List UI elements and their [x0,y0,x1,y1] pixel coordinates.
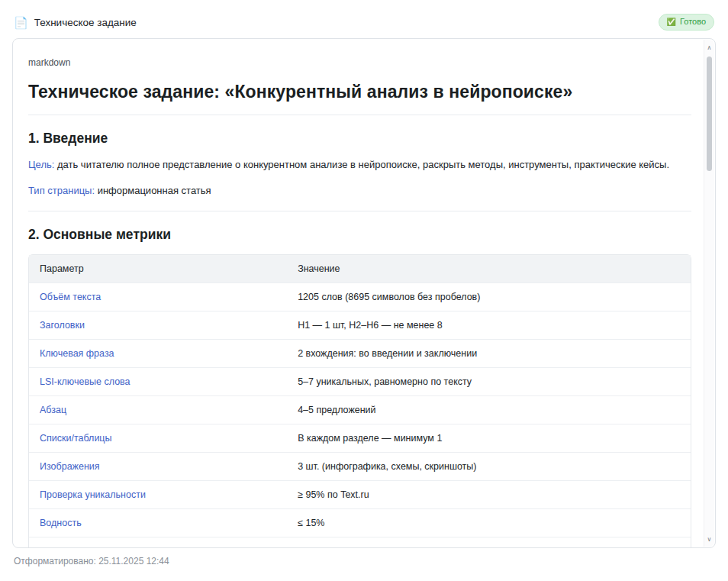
document-title: Техническое задание: «Конкурентный анали… [28,82,691,102]
value-cell: ≥ 95% по Text.ru [287,481,691,509]
formatted-timestamp: Отформатировано: 25.11.2025 12:44 [12,556,716,566]
value-cell: В каждом разделе — минимум 1 [287,424,691,453]
page-type-label: Тип страницы: [28,185,95,196]
value-cell: 1205 слов (8695 символов без пробелов) [287,283,691,311]
scrollbar-thumb[interactable] [707,56,712,171]
value-cell: 5–7 уникальных, равномерно по тексту [287,368,691,396]
table-row: Заголовки H1 — 1 шт, H2–H6 — не менее 8 [29,311,691,340]
metrics-table: Параметр Значение Объём текста 1205 слов… [28,254,691,547]
value-cell: H1 — 1 шт, H2–H6 — не менее 8 [287,311,691,340]
table-row: Оценка по Главреду ≥ 7 [29,537,691,547]
parameter-cell: Оценка по Главреду [29,537,287,547]
page-type-paragraph: Тип страницы: информационная статья [28,184,691,199]
parameter-cell: Проверка уникальности [29,481,287,509]
goal-paragraph: Цель: дать читателю полное представление… [28,158,691,173]
table-row: LSI-ключевые слова 5–7 уникальных, равно… [29,368,691,396]
value-cell: 3 шт. (инфографика, схемы, скриншоты) [287,453,691,481]
page-type-text: информационная статья [95,185,211,196]
value-cell: ≤ 15% [287,509,691,537]
document-icon: 📄 [14,17,28,28]
column-header-parameter: Параметр [29,255,287,283]
value-cell: 2 вхождения: во введении и заключении [287,340,691,368]
table-row: Водность ≤ 15% [29,509,691,537]
parameter-cell: Объём текста [29,283,287,311]
status-badge-label: Готово [680,17,706,27]
check-icon: ✅ [667,18,676,26]
page: 📄 Техническое задание ✅ Готово markdown … [0,0,728,581]
table-row: Проверка уникальности ≥ 95% по Text.ru [29,481,691,509]
table-row: Списки/таблицы В каждом разделе — миниму… [29,424,691,453]
parameter-cell: Абзац [29,396,287,424]
goal-text: дать читателю полное представление о кон… [54,159,669,170]
topbar: 📄 Техническое задание ✅ Готово [12,11,716,34]
table-row: Ключевая фраза 2 вхождения: во введении … [29,340,691,368]
column-header-value: Значение [287,255,691,283]
section-heading-introduction: 1. Введение [28,131,691,147]
divider [28,115,691,115]
document-content: markdown Техническое задание: «Конкурент… [13,39,704,547]
goal-label: Цель: [28,159,54,170]
code-language-label: markdown [28,57,691,68]
page-title: Техническое задание [34,17,137,28]
table-row: Изображения 3 шт. (инфографика, схемы, с… [29,453,691,481]
vertical-scrollbar[interactable]: ∧ ∨ [704,40,714,547]
divider [28,211,691,211]
scroll-up-icon[interactable]: ∧ [704,41,714,53]
value-cell: 4–5 предложений [287,396,691,424]
section-heading-metrics: 2. Основные метрики [28,227,691,243]
table-header-row: Параметр Значение [29,255,691,283]
value-cell: ≥ 7 [287,537,691,547]
parameter-cell: Изображения [29,453,287,481]
markdown-preview-card: markdown Техническое задание: «Конкурент… [12,38,716,548]
parameter-cell: Водность [29,509,287,537]
parameter-cell: Списки/таблицы [29,424,287,453]
scroll-down-icon[interactable]: ∨ [704,533,714,545]
table-row: Объём текста 1205 слов (8695 символов бе… [29,283,691,311]
status-badge: ✅ Готово [659,14,714,30]
table-row: Абзац 4–5 предложений [29,396,691,424]
parameter-cell: Заголовки [29,311,287,340]
parameter-cell: LSI-ключевые слова [29,368,287,396]
parameter-cell: Ключевая фраза [29,340,287,368]
